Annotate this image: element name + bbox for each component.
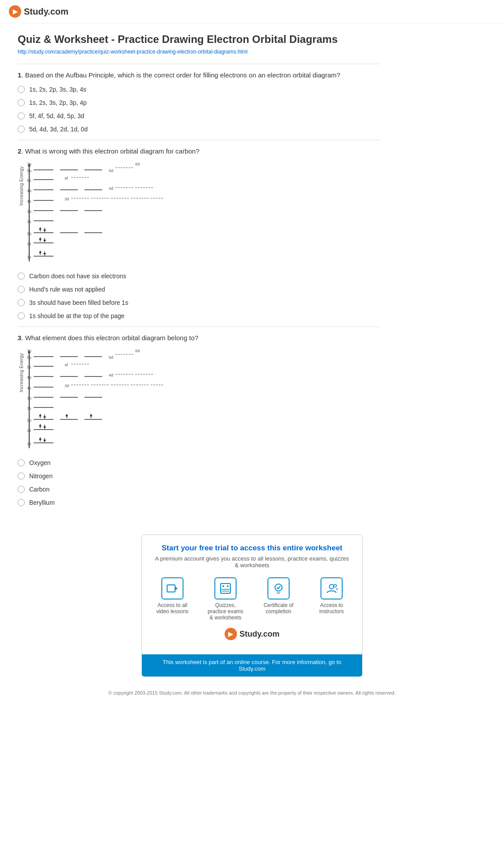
q1-option-4[interactable]: 5d, 4d, 3d, 2d, 1d, 0d <box>18 126 380 133</box>
svg-text:5p: 5p <box>27 169 31 173</box>
q3-option-3[interactable]: Carbon <box>18 486 380 493</box>
q2-option-2[interactable]: Hund's rule was not applied <box>18 286 380 293</box>
orbital-diagram-3-wrapper: Increasing Energy 1s 2s <box>18 349 380 450</box>
svg-marker-60 <box>39 437 42 440</box>
q3-label-3: Carbon <box>29 486 50 493</box>
q3-radio-1[interactable] <box>18 459 25 466</box>
q3-radio-3[interactable] <box>18 486 25 493</box>
svg-point-124 <box>329 584 334 589</box>
q2-radio-1[interactable] <box>18 273 25 280</box>
svg-text:5d: 5d <box>109 169 113 173</box>
q2-radio-3[interactable] <box>18 299 25 306</box>
svg-marker-62 <box>43 440 46 442</box>
logo-icon: ▶ <box>9 5 21 18</box>
svg-rect-116 <box>221 584 230 593</box>
svg-line-123 <box>279 592 280 594</box>
q2-label-3: 3s should have been filled before 1s <box>29 299 128 306</box>
svg-text:4f: 4f <box>65 363 68 367</box>
q2-label-1: Carbon does not have six electrons <box>29 273 126 280</box>
question-2-text: 2. What is wrong with this electron orbi… <box>18 147 380 155</box>
svg-marker-74 <box>43 416 46 419</box>
q1-label-1: 1s, 2s, 2p, 3s, 3p, 4s <box>29 86 86 93</box>
svg-text:2p: 2p <box>27 418 31 423</box>
svg-text:4p: 4p <box>27 188 31 193</box>
cta-feature-instructors-label: Access to instructors <box>312 602 351 615</box>
q2-radio-2[interactable] <box>18 286 25 293</box>
q3-label-2: Nitrogen <box>29 473 53 480</box>
q1-radio-2[interactable] <box>18 99 25 106</box>
q2-label-2: Hund's rule was not applied <box>29 286 105 293</box>
cta-logo-icon: ▶ <box>225 628 237 640</box>
svg-text:5s: 5s <box>27 178 31 183</box>
svg-text:7p: 7p <box>27 349 31 353</box>
svg-marker-77 <box>65 414 68 416</box>
header: ▶ Study.com <box>0 0 504 23</box>
svg-text:5d: 5d <box>109 355 113 360</box>
footer-copyright: © copyright 2003-2015 Study.com. All oth… <box>108 690 396 695</box>
svg-text:3s: 3s <box>27 219 31 224</box>
q2-option-4[interactable]: 1s should be at the top of the page <box>18 312 380 319</box>
cta-logo-row: ▶ Study.com <box>153 628 351 647</box>
footer: © copyright 2003-2015 Study.com. All oth… <box>0 686 504 704</box>
q3-option-1[interactable]: Oxygen <box>18 459 380 466</box>
cta-feature-instructors: Access to instructors <box>312 577 351 621</box>
q3-label-4: Beryllium <box>29 499 55 506</box>
svg-text:5s: 5s <box>27 365 31 369</box>
orbital-diagram-2: 1s 2s 2p <box>25 162 166 264</box>
cta-feature-quizzes: Quizzes, practice exams & worksheets <box>206 577 245 621</box>
svg-marker-80 <box>90 414 92 416</box>
svg-point-117 <box>222 585 224 587</box>
q1-radio-3[interactable] <box>18 112 25 119</box>
instructors-icon <box>321 577 343 599</box>
cta-feature-quizzes-label: Quizzes, practice exams & worksheets <box>206 602 245 621</box>
main-content: Quiz & Worksheet - Practice Drawing Elec… <box>0 23 398 521</box>
svg-text:5p: 5p <box>27 355 31 360</box>
question-3-text: 3. What element does this electron orbit… <box>18 334 380 342</box>
svg-text:7p: 7p <box>27 162 31 166</box>
cta-logo-text: Study.com <box>240 630 280 639</box>
q1-label-4: 5d, 4d, 3d, 2d, 1d, 0d <box>29 126 88 133</box>
q1-option-1[interactable]: 1s, 2s, 2p, 3s, 3p, 4s <box>18 86 380 93</box>
svg-marker-19 <box>43 230 46 232</box>
quizzes-icon <box>214 577 237 599</box>
svg-marker-17 <box>39 227 42 230</box>
svg-marker-68 <box>43 426 46 429</box>
svg-marker-13 <box>43 240 46 242</box>
q3-radio-4[interactable] <box>18 499 25 506</box>
svg-text:4p: 4p <box>27 375 31 380</box>
cta-feature-video-label: Access to all video lessons <box>153 602 192 615</box>
q3-option-4[interactable]: Beryllium <box>18 499 380 506</box>
q2-option-1[interactable]: Carbon does not have six electrons <box>18 273 380 280</box>
svg-text:4s: 4s <box>27 386 31 390</box>
logo[interactable]: ▶ Study.com <box>9 5 495 18</box>
svg-marker-66 <box>39 424 42 426</box>
question-2: 2. What is wrong with this electron orbi… <box>18 147 380 319</box>
svg-marker-115 <box>175 587 178 590</box>
q3-radio-2[interactable] <box>18 473 25 480</box>
svg-marker-5 <box>39 250 42 253</box>
svg-text:2s: 2s <box>27 428 31 433</box>
title-divider <box>18 64 380 64</box>
svg-marker-7 <box>43 253 46 256</box>
q3-label-1: Oxygen <box>29 459 50 466</box>
orbital-diagram-2-wrapper: Increasing Energy 1s 2s <box>18 162 380 264</box>
svg-text:3p: 3p <box>27 209 31 214</box>
cta-box: Start your free trial to access this ent… <box>141 534 363 677</box>
svg-point-118 <box>227 585 229 587</box>
q1-option-2[interactable]: 1s, 2s, 3s, 2p, 3p, 4p <box>18 99 380 106</box>
question-3: 3. What element does this electron orbit… <box>18 334 380 506</box>
cta-feature-certificate: Certificate of completion <box>259 577 298 621</box>
cta-subtitle: A premium account gives you access to al… <box>153 555 351 569</box>
cta-bottom: This worksheet is part of an online cour… <box>142 654 362 676</box>
q3-option-2[interactable]: Nitrogen <box>18 473 380 480</box>
cta-top: Start your free trial to access this ent… <box>142 535 362 654</box>
certificate-icon <box>267 577 290 599</box>
q1-radio-4[interactable] <box>18 126 25 133</box>
q1-option-3[interactable]: 5f, 4f, 5d, 4d, 5p, 3d <box>18 112 380 119</box>
question-1: 1. Based on the Aufbau Principle, which … <box>18 71 380 133</box>
q2-option-3[interactable]: 3s should have been filled before 1s <box>18 299 380 306</box>
svg-text:4s: 4s <box>27 199 31 204</box>
q2-radio-4[interactable] <box>18 312 25 319</box>
svg-text:3d: 3d <box>65 384 69 388</box>
q1-radio-1[interactable] <box>18 86 25 93</box>
